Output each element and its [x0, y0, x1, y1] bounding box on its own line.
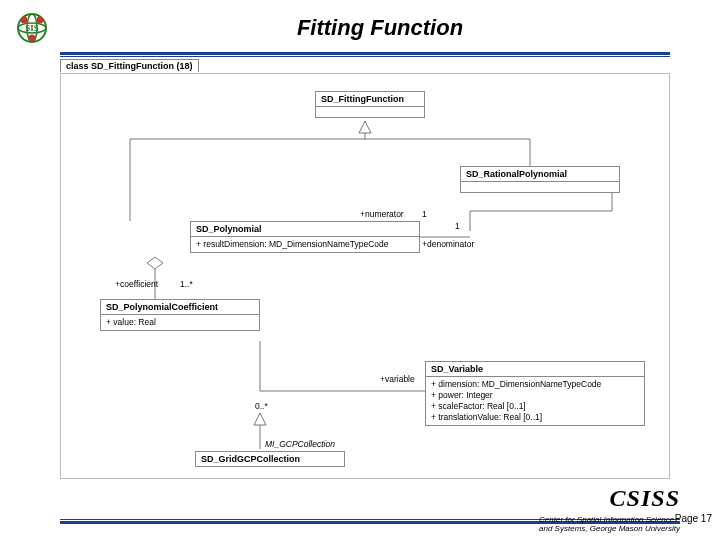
class-sd-variable: SD_Variable + dimension: MD_DimensionNam… [425, 361, 645, 426]
frame-tab: class SD_FittingFunction (18) [60, 59, 199, 72]
footer-subline: Center for Spatial Information Science a… [539, 516, 680, 534]
svg-text:SIS: SIS [25, 23, 39, 33]
label-numerator: +numerator [360, 209, 404, 219]
label-variable: +variable [380, 374, 415, 384]
label-denominator: +denominator [422, 239, 474, 249]
class-sd-rationalpolynomial: SD_RationalPolynomial [460, 166, 620, 193]
label-one: 1 [422, 209, 427, 219]
header-divider [60, 52, 670, 57]
label-mi-gcp: MI_GCPCollection [265, 439, 335, 449]
class-name: SD_Variable [426, 362, 644, 377]
class-sd-polynomial: SD_Polynomial + resultDimension: MD_Dime… [190, 221, 420, 253]
class-name: SD_GridGCPCollection [196, 452, 344, 466]
label-mult: 0..* [255, 401, 268, 411]
uml-diagram: class SD_FittingFunction (18) SD_Fitting… [60, 61, 670, 481]
class-name: SD_RationalPolynomial [461, 167, 619, 182]
class-sd-gridgcpcollection: SD_GridGCPCollection [195, 451, 345, 467]
svg-point-5 [29, 35, 36, 42]
class-sd-polynomialcoefficient: SD_PolynomialCoefficient + value: Real [100, 299, 260, 331]
class-name: SD_Polynomial [191, 222, 419, 237]
class-attrs: + dimension: MD_DimensionNameTypeCode + … [426, 377, 644, 425]
class-attrs: + value: Real [101, 315, 259, 330]
class-name: SD_FittingFunction [316, 92, 424, 107]
class-name: SD_PolynomialCoefficient [101, 300, 259, 315]
footer-org: CSISS [610, 485, 680, 512]
page-number: Page 17 [675, 513, 712, 524]
label-one: 1 [455, 221, 460, 231]
label-coefficient: +coefficient [115, 279, 158, 289]
label-mult: 1..* [180, 279, 193, 289]
class-sd-fittingfunction: SD_FittingFunction [315, 91, 425, 118]
slide-title: Fitting Function [52, 15, 708, 41]
logo: SIS [12, 8, 52, 48]
class-attrs: + resultDimension: MD_DimensionNameTypeC… [191, 237, 419, 252]
